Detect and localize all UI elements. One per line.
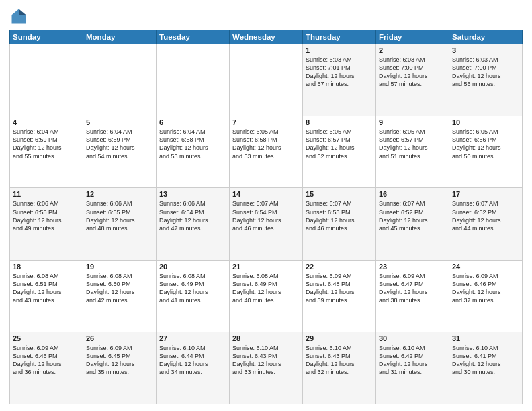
calendar-cell-3-3: 21Sunrise: 6:08 AM Sunset: 6:49 PM Dayli… [230,260,303,332]
calendar-week-3: 18Sunrise: 6:08 AM Sunset: 6:51 PM Dayli… [10,260,523,332]
day-info: Sunrise: 6:09 AM Sunset: 6:46 PM Dayligh… [452,272,519,305]
calendar-week-1: 4Sunrise: 6:04 AM Sunset: 6:59 PM Daylig… [10,116,523,188]
day-number: 23 [379,263,446,271]
day-info: Sunrise: 6:03 AM Sunset: 7:00 PM Dayligh… [379,56,446,89]
day-info: Sunrise: 6:10 AM Sunset: 6:42 PM Dayligh… [379,344,446,377]
day-info: Sunrise: 6:08 AM Sunset: 6:49 PM Dayligh… [232,272,300,305]
day-number: 26 [86,334,153,342]
calendar-cell-4-0: 25Sunrise: 6:09 AM Sunset: 6:46 PM Dayli… [10,332,83,404]
day-info: Sunrise: 6:09 AM Sunset: 6:47 PM Dayligh… [379,272,446,305]
calendar-cell-0-1 [83,44,157,116]
day-info: Sunrise: 6:06 AM Sunset: 6:55 PM Dayligh… [13,199,80,232]
day-number: 3 [452,46,519,54]
calendar-cell-4-3: 28Sunrise: 6:10 AM Sunset: 6:43 PM Dayli… [230,332,303,404]
day-info: Sunrise: 6:05 AM Sunset: 6:57 PM Dayligh… [306,128,373,161]
day-number: 16 [379,190,446,198]
logo [9,7,31,26]
calendar-cell-4-6: 31Sunrise: 6:10 AM Sunset: 6:41 PM Dayli… [449,332,523,404]
day-info: Sunrise: 6:04 AM Sunset: 6:59 PM Dayligh… [13,128,80,161]
svg-marker-1 [19,9,26,15]
day-info: Sunrise: 6:07 AM Sunset: 6:53 PM Dayligh… [306,199,373,232]
calendar-cell-3-6: 24Sunrise: 6:09 AM Sunset: 6:46 PM Dayli… [449,260,523,332]
calendar-cell-4-5: 30Sunrise: 6:10 AM Sunset: 6:42 PM Dayli… [376,332,449,404]
calendar-cell-1-4: 8Sunrise: 6:05 AM Sunset: 6:57 PM Daylig… [303,116,376,188]
day-number: 25 [13,334,80,342]
day-info: Sunrise: 6:08 AM Sunset: 6:50 PM Dayligh… [86,272,153,305]
day-info: Sunrise: 6:03 AM Sunset: 7:00 PM Dayligh… [452,56,519,89]
day-info: Sunrise: 6:06 AM Sunset: 6:54 PM Dayligh… [159,199,226,232]
calendar-cell-0-2 [157,44,230,116]
day-number: 30 [379,334,446,342]
day-number: 1 [306,46,373,54]
calendar-cell-2-3: 14Sunrise: 6:07 AM Sunset: 6:54 PM Dayli… [230,188,303,260]
day-number: 31 [452,334,519,342]
day-number: 6 [159,118,226,126]
calendar-cell-3-2: 20Sunrise: 6:08 AM Sunset: 6:49 PM Dayli… [157,260,230,332]
day-info: Sunrise: 6:09 AM Sunset: 6:45 PM Dayligh… [86,344,153,377]
calendar-cell-3-4: 22Sunrise: 6:09 AM Sunset: 6:48 PM Dayli… [303,260,376,332]
day-info: Sunrise: 6:04 AM Sunset: 6:59 PM Dayligh… [86,128,153,161]
day-number: 11 [13,190,80,198]
day-number: 18 [13,263,80,271]
col-header-saturday: Saturday [449,30,523,44]
calendar-header-row: SundayMondayTuesdayWednesdayThursdayFrid… [10,30,523,44]
calendar-cell-0-4: 1Sunrise: 6:03 AM Sunset: 7:01 PM Daylig… [303,44,376,116]
day-number: 8 [306,118,373,126]
col-header-monday: Monday [83,30,157,44]
day-number: 2 [379,46,446,54]
day-info: Sunrise: 6:09 AM Sunset: 6:46 PM Dayligh… [13,344,80,377]
calendar-cell-0-6: 3Sunrise: 6:03 AM Sunset: 7:00 PM Daylig… [449,44,523,116]
day-info: Sunrise: 6:05 AM Sunset: 6:57 PM Dayligh… [379,128,446,161]
col-header-thursday: Thursday [303,30,376,44]
day-number: 29 [306,334,373,342]
day-number: 9 [379,118,446,126]
day-info: Sunrise: 6:07 AM Sunset: 6:52 PM Dayligh… [379,199,446,232]
day-number: 28 [232,334,300,342]
day-number: 24 [452,263,519,271]
logo-icon [9,7,28,26]
calendar-cell-2-6: 17Sunrise: 6:07 AM Sunset: 6:52 PM Dayli… [449,188,523,260]
calendar-cell-2-5: 16Sunrise: 6:07 AM Sunset: 6:52 PM Dayli… [376,188,449,260]
calendar-cell-2-4: 15Sunrise: 6:07 AM Sunset: 6:53 PM Dayli… [303,188,376,260]
calendar-cell-3-0: 18Sunrise: 6:08 AM Sunset: 6:51 PM Dayli… [10,260,83,332]
calendar-cell-1-5: 9Sunrise: 6:05 AM Sunset: 6:57 PM Daylig… [376,116,449,188]
calendar-cell-4-4: 29Sunrise: 6:10 AM Sunset: 6:43 PM Dayli… [303,332,376,404]
calendar-cell-2-1: 12Sunrise: 6:06 AM Sunset: 6:55 PM Dayli… [83,188,157,260]
day-info: Sunrise: 6:04 AM Sunset: 6:58 PM Dayligh… [159,128,226,161]
calendar-cell-3-1: 19Sunrise: 6:08 AM Sunset: 6:50 PM Dayli… [83,260,157,332]
col-header-wednesday: Wednesday [230,30,303,44]
day-info: Sunrise: 6:07 AM Sunset: 6:54 PM Dayligh… [232,199,300,232]
calendar-cell-1-6: 10Sunrise: 6:05 AM Sunset: 6:56 PM Dayli… [449,116,523,188]
day-number: 7 [232,118,300,126]
day-info: Sunrise: 6:06 AM Sunset: 6:55 PM Dayligh… [86,199,153,232]
day-info: Sunrise: 6:10 AM Sunset: 6:43 PM Dayligh… [306,344,373,377]
day-number: 22 [306,263,373,271]
day-info: Sunrise: 6:05 AM Sunset: 6:58 PM Dayligh… [232,128,300,161]
day-number: 15 [306,190,373,198]
day-info: Sunrise: 6:10 AM Sunset: 6:41 PM Dayligh… [452,344,519,377]
day-number: 20 [159,263,226,271]
page: SundayMondayTuesdayWednesdayThursdayFrid… [0,0,532,411]
calendar-cell-1-1: 5Sunrise: 6:04 AM Sunset: 6:59 PM Daylig… [83,116,157,188]
calendar-cell-1-2: 6Sunrise: 6:04 AM Sunset: 6:58 PM Daylig… [157,116,230,188]
calendar-cell-3-5: 23Sunrise: 6:09 AM Sunset: 6:47 PM Dayli… [376,260,449,332]
calendar-week-0: 1Sunrise: 6:03 AM Sunset: 7:01 PM Daylig… [10,44,523,116]
day-info: Sunrise: 6:08 AM Sunset: 6:51 PM Dayligh… [13,272,80,305]
day-number: 12 [86,190,153,198]
col-header-friday: Friday [376,30,449,44]
day-number: 17 [452,190,519,198]
col-header-sunday: Sunday [10,30,83,44]
day-info: Sunrise: 6:07 AM Sunset: 6:52 PM Dayligh… [452,199,519,232]
calendar-week-2: 11Sunrise: 6:06 AM Sunset: 6:55 PM Dayli… [10,188,523,260]
day-info: Sunrise: 6:05 AM Sunset: 6:56 PM Dayligh… [452,128,519,161]
day-number: 21 [232,263,300,271]
day-info: Sunrise: 6:08 AM Sunset: 6:49 PM Dayligh… [159,272,226,305]
calendar-cell-0-3 [230,44,303,116]
day-number: 27 [159,334,226,342]
calendar-cell-4-2: 27Sunrise: 6:10 AM Sunset: 6:44 PM Dayli… [157,332,230,404]
calendar-table: SundayMondayTuesdayWednesdayThursdayFrid… [9,30,523,404]
calendar-cell-1-0: 4Sunrise: 6:04 AM Sunset: 6:59 PM Daylig… [10,116,83,188]
calendar-week-4: 25Sunrise: 6:09 AM Sunset: 6:46 PM Dayli… [10,332,523,404]
calendar-cell-1-3: 7Sunrise: 6:05 AM Sunset: 6:58 PM Daylig… [230,116,303,188]
header [9,7,523,26]
